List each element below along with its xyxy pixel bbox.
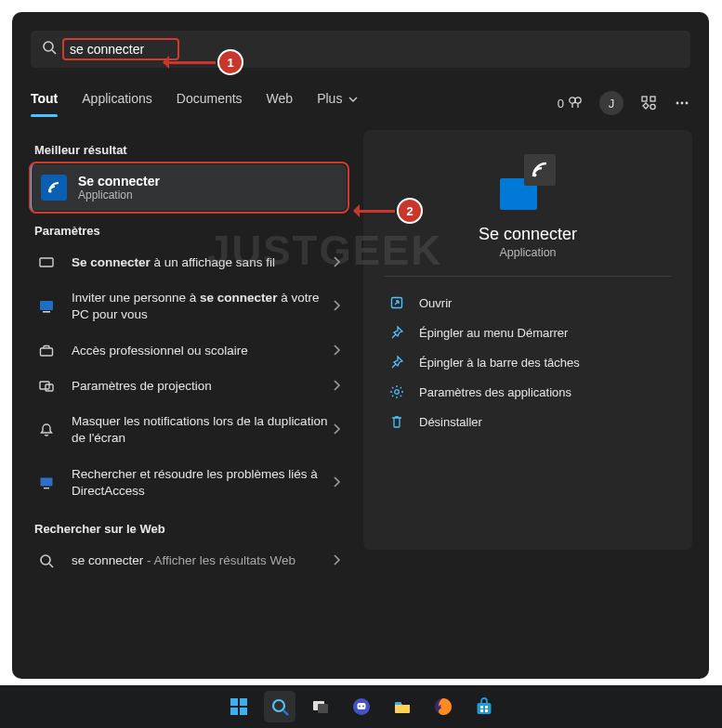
svg-rect-14 bbox=[41, 348, 53, 356]
tab-more-label: Plus bbox=[317, 91, 342, 106]
settings-item-wireless-display[interactable]: Se connecter à un affichage sans fil bbox=[29, 245, 347, 280]
tab-all[interactable]: Tout bbox=[31, 91, 58, 115]
svg-rect-11 bbox=[40, 258, 53, 266]
action-pin-start[interactable]: Épingler au menu Démarrer bbox=[384, 318, 672, 347]
svg-point-23 bbox=[395, 390, 400, 395]
svg-point-35 bbox=[362, 706, 364, 708]
svg-rect-18 bbox=[44, 488, 49, 488]
svg-point-0 bbox=[44, 42, 53, 51]
search-icon bbox=[42, 40, 57, 58]
section-web-search: Rechercher sur le Web bbox=[34, 522, 347, 536]
chevron-right-icon bbox=[332, 343, 341, 359]
svg-rect-13 bbox=[43, 311, 50, 313]
search-input[interactable] bbox=[66, 40, 176, 58]
taskbar-firefox-button[interactable] bbox=[427, 691, 459, 722]
open-icon bbox=[386, 295, 408, 310]
best-result-item[interactable]: Se connecter Application bbox=[29, 164, 347, 211]
tab-web[interactable]: Web bbox=[267, 91, 294, 115]
settings-item-label: Paramètres de projection bbox=[72, 378, 332, 395]
app-large-icon bbox=[500, 154, 556, 210]
rewards-icon bbox=[568, 96, 583, 110]
action-app-settings[interactable]: Paramètres des applications bbox=[384, 377, 672, 407]
svg-point-8 bbox=[681, 102, 684, 105]
settings-item-projection[interactable]: Paramètres de projection bbox=[29, 369, 347, 404]
web-item-label: se connecter - Afficher les résultats We… bbox=[72, 552, 332, 569]
trash-icon bbox=[386, 414, 408, 429]
chevron-right-icon bbox=[332, 378, 341, 395]
settings-item-directaccess[interactable]: Rechercher et résoudre les problèmes lié… bbox=[29, 457, 347, 509]
tab-more[interactable]: Plus bbox=[317, 91, 358, 115]
start-search-panel: Tout Applications Documents Web Plus 0 J… bbox=[12, 12, 709, 679]
svg-rect-27 bbox=[240, 708, 247, 715]
svg-rect-40 bbox=[485, 706, 488, 708]
briefcase-icon bbox=[34, 343, 59, 359]
search-bar[interactable] bbox=[31, 31, 690, 68]
action-uninstall[interactable]: Désinstaller bbox=[384, 407, 672, 436]
svg-rect-38 bbox=[477, 703, 491, 714]
taskbar-store-button[interactable] bbox=[468, 691, 500, 722]
svg-point-7 bbox=[676, 102, 679, 105]
tab-applications[interactable]: Applications bbox=[82, 91, 152, 115]
pin-icon bbox=[386, 325, 408, 340]
taskbar-taskview-button[interactable] bbox=[305, 691, 336, 722]
rewards-badge[interactable]: 0 bbox=[558, 96, 583, 110]
settings-item-label: Se connecter à un affichage sans fil bbox=[72, 254, 332, 271]
svg-point-19 bbox=[41, 555, 50, 565]
filter-tabs: Tout Applications Documents Web Plus 0 J bbox=[31, 86, 690, 121]
taskbar-explorer-button[interactable] bbox=[387, 691, 418, 722]
svg-point-28 bbox=[273, 700, 284, 711]
settings-item-invite-connect[interactable]: Inviter une personne à se connecter à vo… bbox=[29, 280, 347, 332]
chevron-right-icon bbox=[332, 422, 341, 438]
svg-rect-36 bbox=[395, 702, 401, 705]
taskbar-search-button[interactable] bbox=[264, 691, 295, 722]
options-icon[interactable] bbox=[640, 95, 657, 111]
divider bbox=[384, 276, 672, 277]
chevron-right-icon bbox=[332, 254, 341, 271]
tab-documents[interactable]: Documents bbox=[177, 91, 243, 115]
action-label: Épingler au menu Démarrer bbox=[419, 326, 568, 340]
action-label: Désinstaller bbox=[419, 415, 482, 429]
preview-title: Se connecter bbox=[384, 225, 672, 244]
svg-rect-4 bbox=[642, 97, 647, 101]
section-best-result: Meilleur résultat bbox=[34, 143, 347, 157]
svg-rect-5 bbox=[650, 97, 655, 101]
web-search-item[interactable]: se connecter - Afficher les résultats We… bbox=[29, 543, 347, 578]
settings-item-hide-notifications[interactable]: Masquer les notifications lors de la dup… bbox=[29, 404, 347, 456]
search-icon bbox=[34, 553, 59, 568]
action-open[interactable]: Ouvrir bbox=[384, 288, 672, 318]
start-button[interactable] bbox=[223, 691, 255, 722]
settings-item-work-school[interactable]: Accès professionnel ou scolaire bbox=[29, 333, 347, 369]
svg-point-10 bbox=[48, 189, 51, 192]
more-button[interactable] bbox=[674, 95, 690, 111]
display-icon bbox=[34, 254, 59, 271]
projection-icon bbox=[34, 378, 59, 395]
svg-rect-15 bbox=[40, 382, 49, 389]
svg-point-21 bbox=[533, 174, 537, 177]
action-label: Épingler à la barre des tâches bbox=[419, 356, 580, 370]
svg-line-1 bbox=[52, 50, 56, 54]
troubleshoot-icon bbox=[34, 474, 59, 491]
taskbar bbox=[0, 685, 722, 728]
taskbar-chat-button[interactable] bbox=[346, 691, 377, 722]
best-result-title: Se connecter bbox=[78, 174, 160, 188]
preview-pane: Se connecter Application Ouvrir Épingler… bbox=[363, 130, 692, 550]
preview-subtitle: Application bbox=[384, 246, 672, 259]
svg-rect-31 bbox=[318, 704, 328, 713]
user-avatar[interactable]: J bbox=[599, 91, 624, 115]
action-label: Ouvrir bbox=[419, 296, 452, 310]
chevron-right-icon bbox=[332, 474, 341, 491]
section-settings: Paramètres bbox=[34, 224, 347, 238]
settings-item-label: Rechercher et résoudre les problèmes lié… bbox=[72, 466, 332, 500]
svg-rect-24 bbox=[230, 698, 238, 706]
action-pin-taskbar[interactable]: Épingler à la barre des tâches bbox=[384, 347, 672, 377]
svg-rect-17 bbox=[41, 477, 53, 486]
svg-rect-41 bbox=[480, 709, 483, 712]
svg-line-20 bbox=[49, 564, 53, 567]
chevron-right-icon bbox=[332, 298, 341, 315]
svg-rect-25 bbox=[240, 698, 247, 706]
chevron-down-icon bbox=[348, 95, 358, 104]
svg-line-29 bbox=[283, 710, 288, 715]
svg-rect-33 bbox=[357, 703, 365, 709]
svg-point-34 bbox=[359, 706, 361, 708]
rewards-count: 0 bbox=[558, 97, 564, 110]
